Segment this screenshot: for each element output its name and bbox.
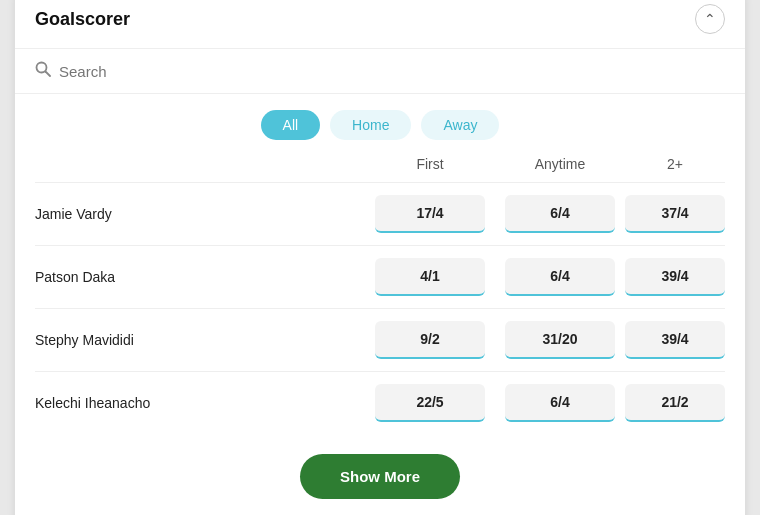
odds-cell-first: 4/1 <box>365 258 495 296</box>
odds-cell-first: 22/5 <box>365 384 495 422</box>
header-name <box>35 156 365 172</box>
odds-cell-anytime: 6/4 <box>495 195 625 233</box>
table-row: Stephy Mavididi 9/2 31/20 39/4 <box>35 308 725 371</box>
header-two-plus: 2+ <box>625 156 725 172</box>
show-more-row: Show More <box>15 434 745 503</box>
odds-button[interactable]: 4/1 <box>375 258 485 296</box>
odds-button[interactable]: 37/4 <box>625 195 725 233</box>
table: First Anytime 2+ Jamie Vardy 17/4 6/4 37… <box>15 152 745 434</box>
odds-cell-two-plus: 37/4 <box>625 195 725 233</box>
player-name: Kelechi Iheanacho <box>35 395 365 411</box>
odds-button[interactable]: 17/4 <box>375 195 485 233</box>
odds-cell-first: 9/2 <box>365 321 495 359</box>
odds-button[interactable]: 22/5 <box>375 384 485 422</box>
odds-cell-two-plus: 21/2 <box>625 384 725 422</box>
search-bar <box>15 49 745 94</box>
player-name: Jamie Vardy <box>35 206 365 222</box>
filter-away-button[interactable]: Away <box>421 110 499 140</box>
table-row: Kelechi Iheanacho 22/5 6/4 21/2 <box>35 371 725 434</box>
odds-cell-anytime: 6/4 <box>495 384 625 422</box>
odds-button[interactable]: 21/2 <box>625 384 725 422</box>
odds-button[interactable]: 6/4 <box>505 258 615 296</box>
search-icon <box>35 61 51 81</box>
odds-cell-two-plus: 39/4 <box>625 258 725 296</box>
odds-button[interactable]: 31/20 <box>505 321 615 359</box>
odds-cell-anytime: 31/20 <box>495 321 625 359</box>
chevron-up-icon: ⌃ <box>704 11 716 27</box>
filter-row: All Home Away <box>15 94 745 152</box>
header-first: First <box>365 156 495 172</box>
filter-all-button[interactable]: All <box>261 110 321 140</box>
table-row: Jamie Vardy 17/4 6/4 37/4 <box>35 182 725 245</box>
card-header: Goalscorer ⌃ <box>15 0 745 49</box>
filter-home-button[interactable]: Home <box>330 110 411 140</box>
odds-button[interactable]: 6/4 <box>505 384 615 422</box>
goalscorer-card: Goalscorer ⌃ All Home Away First Anytime… <box>15 0 745 515</box>
card-title: Goalscorer <box>35 9 130 30</box>
collapse-button[interactable]: ⌃ <box>695 4 725 34</box>
table-row: Patson Daka 4/1 6/4 39/4 <box>35 245 725 308</box>
odds-button[interactable]: 39/4 <box>625 321 725 359</box>
odds-cell-two-plus: 39/4 <box>625 321 725 359</box>
show-more-button[interactable]: Show More <box>300 454 460 499</box>
odds-button[interactable]: 39/4 <box>625 258 725 296</box>
search-input[interactable] <box>59 63 725 80</box>
table-header: First Anytime 2+ <box>35 152 725 182</box>
odds-button[interactable]: 6/4 <box>505 195 615 233</box>
odds-cell-anytime: 6/4 <box>495 258 625 296</box>
svg-line-1 <box>46 72 51 77</box>
player-name: Stephy Mavididi <box>35 332 365 348</box>
player-name: Patson Daka <box>35 269 365 285</box>
header-anytime: Anytime <box>495 156 625 172</box>
odds-cell-first: 17/4 <box>365 195 495 233</box>
odds-button[interactable]: 9/2 <box>375 321 485 359</box>
